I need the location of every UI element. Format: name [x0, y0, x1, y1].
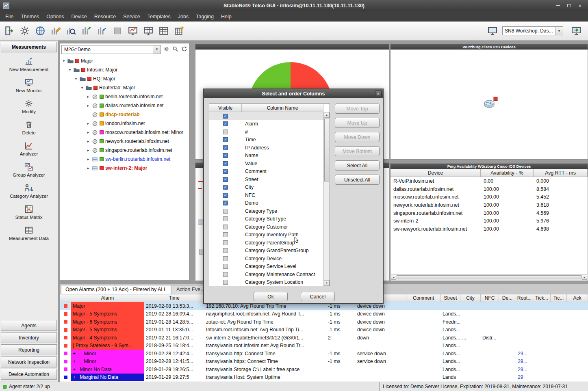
ping-table-row[interactable]: singapore.routerlab.infosim.net100.004.5…: [391, 209, 588, 217]
column-list-row[interactable]: Category Customer: [209, 223, 323, 231]
column-name-header[interactable]: Column Name: [242, 104, 323, 112]
column-list-row[interactable]: ✓Value: [209, 160, 323, 168]
ping-table-row[interactable]: sw-intern-2100.005.976: [391, 217, 588, 225]
tree-item-dhcp-routerlab[interactable]: dhcp-routerlab: [60, 110, 189, 119]
menu-service[interactable]: Service: [119, 12, 144, 21]
sidebar-button-network-inspection[interactable]: Network Inspection: [1, 356, 57, 367]
export-measurement-button[interactable]: [80, 25, 93, 37]
alarm-row[interactable]: Major - 4 Symptoms2019-02-21 16:17:0...s…: [60, 334, 588, 342]
column-list-row[interactable]: Category Maintenance Contract: [209, 270, 323, 279]
alarm-row[interactable]: Major - 5 Symptoms2019-02-28 16:09:4...n…: [60, 310, 588, 318]
checkbox-checked-icon[interactable]: ✓: [223, 153, 228, 158]
horizontal-scrollbar[interactable]: ◄ ►: [391, 274, 587, 280]
ping-table-row[interactable]: moscow.routerlab.infosim.net100.005.452: [391, 193, 588, 201]
select-all-button[interactable]: Select All: [335, 160, 380, 171]
alarm-column-de[interactable]: De...: [499, 294, 516, 302]
router-device-icon[interactable]: [482, 96, 498, 110]
sidebar-button-device-automation[interactable]: Device Automation: [1, 369, 57, 380]
ok-button[interactable]: Ok: [254, 292, 288, 301]
column-list-row[interactable]: Category ParentGroup: [209, 239, 323, 247]
ping-column-availability[interactable]: Availability - %: [481, 169, 534, 177]
scroll-up-icon[interactable]: ▲: [324, 112, 330, 118]
alarm-column-street[interactable]: Street: [441, 294, 460, 302]
checkbox-checked-icon[interactable]: ✓: [223, 201, 228, 205]
search-button[interactable]: [171, 46, 179, 53]
checkbox-unchecked-icon[interactable]: [223, 216, 228, 221]
search-measurement-button[interactable]: [65, 25, 77, 37]
tree-item-newyork-routerlab-infosim-net[interactable]: ▸newyork.routerlab.infosim.net: [60, 137, 189, 146]
visible-column-header[interactable]: Visible: [209, 104, 242, 112]
checkbox-checked-icon[interactable]: ✓: [223, 193, 228, 198]
move-bottom-button[interactable]: Move Bottom: [335, 146, 380, 156]
scroll-right-icon[interactable]: ►: [582, 275, 587, 280]
checkbox-unchecked-icon[interactable]: [223, 248, 228, 253]
checkbox-unchecked-icon[interactable]: [223, 225, 228, 229]
scrollbar-thumb[interactable]: [324, 119, 329, 181]
checkbox-checked-icon[interactable]: ✓: [223, 177, 228, 182]
column-list-row[interactable]: ✓Comment: [209, 168, 323, 176]
column-list-row[interactable]: ✓: [209, 112, 323, 120]
alarm-row[interactable]: + Minor No Data2019-01-29 19:26:5...tran…: [60, 365, 588, 374]
tree-item-major[interactable]: ▾Major: [60, 56, 189, 65]
alarm-column-alarm[interactable]: Alarm: [71, 294, 144, 302]
tree-item-dallas-routerlab-infosim-net[interactable]: ▸dallas.routerlab.infosim.net: [60, 101, 189, 110]
alarm-column-comment[interactable]: Comment: [406, 294, 441, 302]
column-list-row[interactable]: ✓Demo: [209, 199, 323, 207]
column-list-row[interactable]: Category Service Level: [209, 263, 323, 271]
refresh-button[interactable]: [180, 46, 188, 53]
collapsed-arrow-icon[interactable]: ▸: [86, 121, 90, 125]
column-list-row[interactable]: ✓Name: [209, 152, 323, 160]
alarm-column-root[interactable]: Root...: [516, 294, 533, 302]
move-top-button[interactable]: Move Top: [335, 104, 380, 114]
alarm-row[interactable]: + Minor2019-02-28 12:41:5...transylvania…: [60, 358, 588, 366]
checkbox-unchecked-icon[interactable]: [223, 240, 228, 245]
sidebar-tool-delete[interactable]: Delete: [0, 117, 58, 138]
gear-button[interactable]: [163, 46, 170, 53]
table-window-button[interactable]: [142, 25, 154, 37]
sidebar-tool-new-monitor[interactable]: New Monitor: [0, 75, 58, 96]
close-icon[interactable]: ×: [375, 91, 382, 97]
checkbox-unchecked-icon[interactable]: [223, 272, 228, 277]
collapsed-arrow-icon[interactable]: ▸: [86, 95, 90, 99]
minimize-button[interactable]: [555, 3, 561, 9]
checkbox-unchecked-icon[interactable]: [223, 232, 228, 237]
expanded-arrow-icon[interactable]: ▾: [62, 59, 66, 63]
tab-open-alarms-200-13-ack-filtered-by-all[interactable]: Open Alarms (200 + 13 Ack) - Filtered by…: [61, 285, 171, 294]
menu-resource[interactable]: Resource: [91, 12, 120, 21]
ping-table-row[interactable]: dallas.routerlab.infosim.net100.008.584: [391, 185, 588, 193]
menu-options[interactable]: Options: [43, 12, 67, 21]
checkbox-unchecked-icon[interactable]: [223, 256, 228, 261]
tree-item-sw-berlin-routerlab-infosim-net[interactable]: ▸sw-berlin.routerlab.infosim.net: [60, 155, 189, 164]
tree-item-infosim-major[interactable]: ▾Infosim: Major: [60, 65, 189, 74]
sidebar-tool-group-analyzer[interactable]: Group Analyzer: [0, 159, 58, 180]
column-list-row[interactable]: Category Inventory Path: [209, 231, 323, 239]
close-button[interactable]: ×: [577, 3, 583, 9]
collapsed-arrow-icon[interactable]: ▸: [86, 139, 90, 143]
column-list-row[interactable]: ✓Time: [209, 136, 323, 144]
ping-column-avg-rtt-ms[interactable]: Avg RTT - ms: [534, 169, 588, 177]
checkbox-checked-icon[interactable]: ✓: [223, 137, 228, 142]
sidebar-tool-modify[interactable]: Modify: [0, 96, 58, 117]
menu-file[interactable]: File: [2, 12, 17, 21]
collapsed-arrow-icon[interactable]: ▸: [86, 157, 90, 161]
checkbox-checked-icon[interactable]: ✓: [223, 121, 228, 126]
grid-button[interactable]: [158, 25, 170, 37]
menu-themes[interactable]: Themes: [17, 12, 43, 21]
ping-table-row[interactable]: R-VoiP.infosim.net0.000.000: [391, 177, 588, 185]
menu-jobs[interactable]: Jobs: [174, 12, 192, 21]
sidebar-tool-measurement-data[interactable]: Measurement Data: [0, 223, 58, 244]
open-connection-button[interactable]: [3, 25, 15, 37]
collapsed-arrow-icon[interactable]: ▸: [86, 166, 90, 170]
tree-view-combo[interactable]: M2G::Demo ▼: [61, 45, 161, 54]
column-list-row[interactable]: Category System Location: [209, 279, 323, 286]
move-down-button[interactable]: Move Down: [335, 132, 380, 142]
checkbox-unchecked-icon[interactable]: [223, 209, 228, 214]
unselect-all-button[interactable]: Unselect All: [335, 175, 380, 185]
tree-item-routerlab-major[interactable]: ▾Routerlab: Major: [60, 83, 189, 92]
chart-window-button[interactable]: [127, 25, 139, 37]
alarm-column-ack[interactable]: Ack: [567, 294, 588, 302]
edit-alarm-button[interactable]: [50, 25, 62, 37]
sidebar-tool-analyzer[interactable]: Analyzer: [0, 138, 58, 159]
screen-button[interactable]: [486, 25, 499, 37]
alarm-column-tick[interactable]: Tick...: [533, 294, 551, 302]
